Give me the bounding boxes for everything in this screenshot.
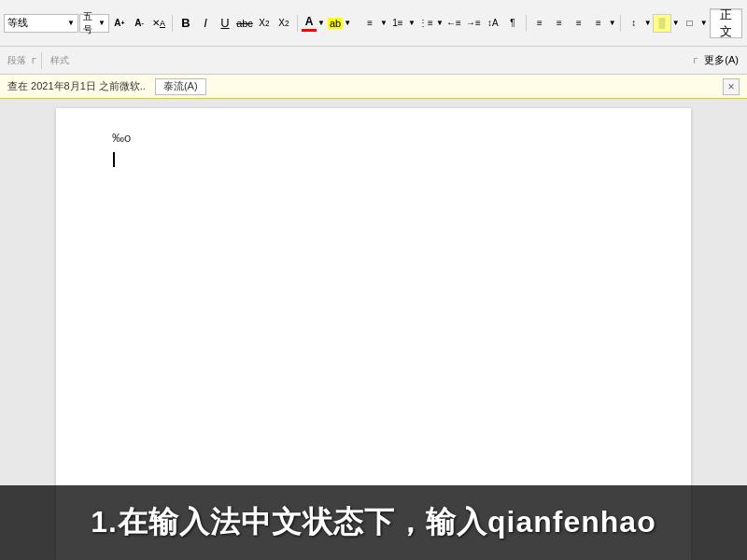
- multilevel-dropdown[interactable]: ▼: [436, 19, 444, 27]
- styles-bar: 正文 无间隔 标题 1 标题 2 标题 副标题 不明显强调 语调: [710, 8, 747, 38]
- font-color-button[interactable]: A: [302, 15, 317, 32]
- bottom-instruction-banner: 1.在输入法中文状态下，输入qianfenhao: [0, 485, 747, 560]
- paragraph-buttons: ≡ ▼ 1≡ ▼ ⋮≡ ▼ ←≡ →≡ ↕A ¶ ≡ ≡ ≡ ≡ ▼ ↕ ▼ ░…: [360, 14, 707, 33]
- notification-close-button[interactable]: ×: [723, 78, 740, 95]
- line-spacing-button[interactable]: ↕: [625, 14, 643, 33]
- strikethrough-button[interactable]: abc: [235, 14, 254, 33]
- shrink-font-button[interactable]: A-: [130, 14, 148, 33]
- toolbar-row1: 等线 ▼ 五号 ▼ A+ A- ✕A B I U abc X2: [0, 0, 747, 47]
- increase-indent-button[interactable]: →≡: [464, 14, 483, 33]
- font-name-selector[interactable]: 等线 ▼: [4, 14, 78, 33]
- sort-button[interactable]: ↕A: [484, 14, 502, 33]
- underline-button[interactable]: U: [216, 14, 234, 33]
- divider1: [172, 15, 173, 32]
- numbered-list-button[interactable]: 1≡: [388, 14, 407, 33]
- font-size-selector[interactable]: 五号 ▼: [79, 14, 109, 33]
- show-hide-button[interactable]: ¶: [503, 14, 522, 33]
- underline-container: U: [216, 14, 234, 33]
- section1-more-icon[interactable]: Г: [32, 56, 36, 65]
- grow-font-button[interactable]: A+: [110, 14, 129, 33]
- font-name-dropdown-icon[interactable]: ▼: [67, 19, 75, 27]
- highlight-button[interactable]: ab: [328, 18, 343, 29]
- color-tools: A ▼ ab ▼: [302, 15, 351, 32]
- section-label-duanluo: 段落: [4, 54, 30, 67]
- border-button[interactable]: □: [681, 14, 699, 33]
- document-content: ‰o: [112, 127, 635, 169]
- toolbar-row2: 段落 Г 样式 Г 更多(A): [0, 47, 747, 75]
- format-buttons: B I U abc X2 X2: [176, 14, 293, 33]
- notification-btn1-label: 泰流(A): [163, 79, 198, 93]
- bottom-instruction-text: 1.在输入法中文状态下，输入qianfenhao: [91, 502, 655, 543]
- doc-line1: ‰o: [112, 127, 635, 148]
- divider4: [526, 15, 527, 32]
- italic-button[interactable]: I: [196, 14, 215, 33]
- bullet-dropdown[interactable]: ▼: [380, 19, 388, 27]
- text-cursor: [113, 152, 115, 167]
- divider5: [620, 15, 621, 32]
- justify-dropdown[interactable]: ▼: [609, 19, 616, 27]
- numbered-dropdown[interactable]: ▼: [408, 19, 416, 27]
- subscript-button[interactable]: X2: [255, 14, 274, 33]
- doc-line2: [112, 148, 635, 169]
- font-color-icon: A: [305, 15, 314, 28]
- more-styles-label: 更多(A): [704, 53, 739, 67]
- font-name-value: 等线: [7, 16, 28, 30]
- notification-btn1[interactable]: 泰流(A): [155, 78, 206, 95]
- multilevel-list-button[interactable]: ⋮≡: [416, 14, 435, 33]
- row2-divider1: [41, 52, 42, 69]
- bullet-list-button[interactable]: ≡: [360, 14, 379, 33]
- close-icon: ×: [727, 80, 734, 93]
- font-color-bar: [302, 29, 317, 32]
- app-wrapper: 等线 ▼ 五号 ▼ A+ A- ✕A B I U abc X2: [0, 0, 747, 560]
- style-zhengwen[interactable]: 正文: [710, 8, 742, 38]
- justify-button[interactable]: ≡: [589, 14, 608, 33]
- clear-format-button[interactable]: ✕A: [149, 14, 168, 33]
- superscript-button[interactable]: X2: [275, 14, 293, 33]
- font-color-dropdown[interactable]: ▼: [317, 19, 325, 27]
- divider2: [297, 15, 298, 32]
- section-label-yangshi: 样式: [47, 54, 73, 67]
- align-right-button[interactable]: ≡: [570, 14, 588, 33]
- align-left-button[interactable]: ≡: [530, 14, 549, 33]
- align-center-button[interactable]: ≡: [550, 14, 569, 33]
- decrease-indent-button[interactable]: ←≡: [444, 14, 463, 33]
- notification-text: 查在 2021年8月1日 之前微软..: [7, 79, 146, 93]
- notification-bar: 查在 2021年8月1日 之前微软.. 泰流(A) ×: [0, 75, 747, 99]
- font-size-dropdown-icon[interactable]: ▼: [98, 19, 106, 27]
- more-styles-button[interactable]: 更多(A): [699, 50, 743, 71]
- shading-button[interactable]: ░: [653, 14, 671, 33]
- line-spacing-dropdown[interactable]: ▼: [644, 19, 652, 27]
- section2-more-icon[interactable]: Г: [693, 56, 698, 65]
- font-size-value: 五号: [83, 10, 98, 36]
- highlight-dropdown[interactable]: ▼: [344, 19, 351, 27]
- bold-button[interactable]: B: [176, 14, 195, 33]
- border-dropdown[interactable]: ▼: [700, 19, 708, 27]
- shading-dropdown[interactable]: ▼: [672, 19, 680, 27]
- highlight-icon: ab: [328, 18, 343, 29]
- font-tools: 等线 ▼ 五号 ▼ A+ A- ✕A B I U abc X2: [4, 14, 351, 33]
- doc-text: ‰o: [112, 131, 131, 145]
